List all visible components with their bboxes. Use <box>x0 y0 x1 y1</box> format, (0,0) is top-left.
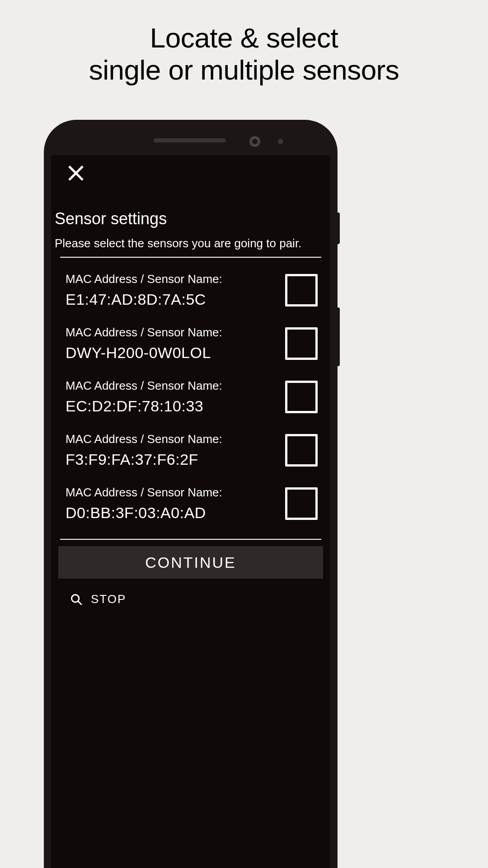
phone-sensor-dot <box>278 139 283 144</box>
sensor-value: EC:D2:DF:78:10:33 <box>66 397 276 415</box>
sensor-label: MAC Address / Sensor Name: <box>66 379 276 393</box>
page-title: Locate & select single or multiple senso… <box>0 0 488 86</box>
sensor-value: DWY-H200-0W0LOL <box>66 344 276 362</box>
sensor-label: MAC Address / Sensor Name: <box>66 486 276 500</box>
stop-label: STOP <box>91 592 126 606</box>
sensor-label: MAC Address / Sensor Name: <box>66 272 276 286</box>
page-title-line2: single or multiple sensors <box>89 54 399 85</box>
screen-subheading: Please select the sensors you are going … <box>55 236 327 250</box>
sensor-checkbox[interactable] <box>285 327 318 360</box>
search-icon <box>70 593 83 606</box>
divider <box>60 539 321 540</box>
sensor-value: D0:BB:3F:03:A0:AD <box>66 504 276 522</box>
phone-camera <box>249 136 260 147</box>
phone-speaker <box>154 138 226 142</box>
sensor-checkbox[interactable] <box>285 381 318 413</box>
x-icon <box>67 164 85 182</box>
screen-heading: Sensor settings <box>55 209 327 228</box>
sensor-text: MAC Address / Sensor Name: E1:47:AD:8D:7… <box>66 272 276 308</box>
sensor-label: MAC Address / Sensor Name: <box>66 432 276 446</box>
page-title-line1: Locate & select <box>150 22 338 53</box>
sensor-value: E1:47:AD:8D:7A:5C <box>66 291 276 308</box>
sensor-text: MAC Address / Sensor Name: D0:BB:3F:03:A… <box>66 486 276 522</box>
sensor-value: F3:F9:FA:37:F6:2F <box>66 451 276 468</box>
phone-frame: Sensor settings Please select the sensor… <box>44 120 338 868</box>
sensor-list: MAC Address / Sensor Name: E1:47:AD:8D:7… <box>55 272 327 522</box>
phone-top-bar <box>44 136 338 150</box>
continue-button[interactable]: CONTINUE <box>58 546 323 579</box>
sensor-row: MAC Address / Sensor Name: DWY-H200-0W0L… <box>66 326 318 362</box>
svg-point-2 <box>72 594 79 602</box>
sensor-label: MAC Address / Sensor Name: <box>66 326 276 340</box>
sensor-text: MAC Address / Sensor Name: DWY-H200-0W0L… <box>66 326 276 362</box>
close-icon[interactable] <box>67 164 85 182</box>
sensor-row: MAC Address / Sensor Name: D0:BB:3F:03:A… <box>66 486 318 522</box>
sensor-checkbox[interactable] <box>285 487 318 520</box>
sensor-text: MAC Address / Sensor Name: F3:F9:FA:37:F… <box>66 432 276 468</box>
stop-button[interactable]: STOP <box>55 579 327 620</box>
sensor-text: MAC Address / Sensor Name: EC:D2:DF:78:1… <box>66 379 276 415</box>
sensor-row: MAC Address / Sensor Name: F3:F9:FA:37:F… <box>66 432 318 468</box>
svg-line-3 <box>78 601 82 604</box>
sensor-row: MAC Address / Sensor Name: EC:D2:DF:78:1… <box>66 379 318 415</box>
sensor-checkbox[interactable] <box>285 434 318 467</box>
sensor-row: MAC Address / Sensor Name: E1:47:AD:8D:7… <box>66 272 318 308</box>
divider <box>60 257 321 258</box>
screen-content: Sensor settings Please select the sensor… <box>55 209 327 620</box>
sensor-checkbox[interactable] <box>285 274 318 307</box>
app-screen: Sensor settings Please select the sensor… <box>51 155 330 868</box>
